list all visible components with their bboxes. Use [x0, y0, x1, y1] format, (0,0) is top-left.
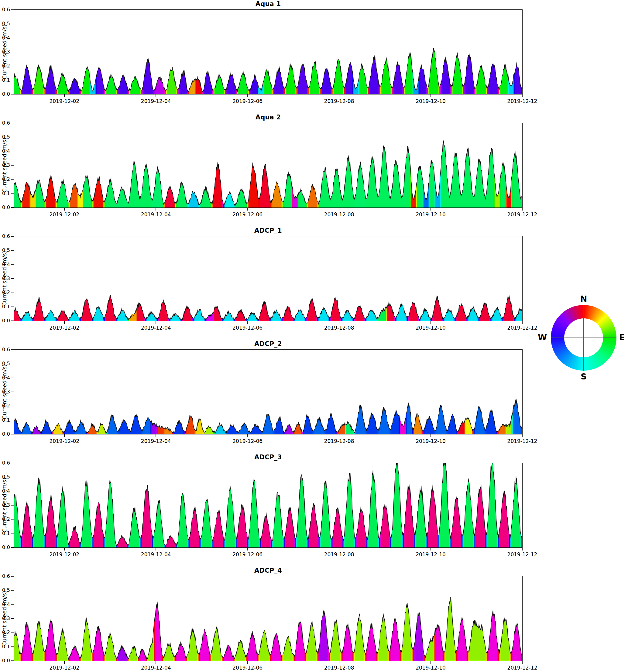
x-tickmark-aqua-2 [339, 208, 339, 211]
y-tickmark-adcp-3 [11, 519, 14, 520]
x-tickmark-adcp-1 [247, 321, 248, 324]
x-tick-label-aqua-2: 2019-12-04 [136, 212, 176, 217]
x-tickmark-aqua-2 [64, 208, 65, 211]
x-tick-label-aqua-1: 2019-12-02 [45, 98, 84, 104]
y-tickmark-adcp-4 [11, 576, 14, 577]
y-tickmark-adcp-4 [11, 590, 14, 591]
x-tick-label-aqua-1: 2019-12-10 [411, 98, 451, 104]
y-tickmark-adcp-3 [11, 463, 14, 463]
plot-title-adcp-2: ADCP_2 [14, 340, 522, 347]
x-tick-label-adcp-2: 2019-12-12 [503, 438, 542, 444]
y-tick-label-aqua-2: 0.3 [0, 162, 10, 168]
color-wheel-horizontal-axis [551, 337, 617, 338]
x-tickmark-adcp-4 [64, 661, 65, 664]
y-tickmark-adcp-3 [11, 505, 14, 505]
plot-title-aqua-2: Aqua 2 [14, 114, 522, 121]
y-tick-label-adcp-4: 0.2 [0, 629, 10, 635]
compass-label-east: E [619, 333, 628, 342]
x-tick-label-aqua-2: 2019-12-08 [319, 212, 359, 217]
y-tick-label-adcp-3: 0.1 [0, 530, 10, 536]
y-tickmark-adcp-3 [11, 547, 14, 548]
x-tick-label-aqua-1: 2019-12-12 [503, 98, 542, 104]
y-tick-label-adcp-1: 0.1 [0, 304, 10, 310]
y-tick-label-adcp-4: 0.5 [0, 587, 10, 593]
x-tick-label-adcp-4: 2019-12-12 [503, 665, 542, 671]
x-tickmark-aqua-2 [522, 208, 523, 211]
y-tick-label-adcp-1: 0.4 [0, 262, 10, 267]
y-tickmark-adcp-4 [11, 618, 14, 619]
x-tick-label-adcp-2: 2019-12-04 [136, 438, 176, 444]
y-tick-label-aqua-2: 0.2 [0, 176, 10, 182]
x-tick-label-adcp-2: 2019-12-08 [319, 438, 359, 444]
y-tickmark-adcp-4 [11, 661, 14, 661]
y-tick-label-adcp-2: 0.0 [0, 431, 10, 437]
series-canvas-adcp-3 [14, 463, 522, 548]
y-tickmark-adcp-2 [11, 364, 14, 364]
y-tickmark-aqua-1 [11, 66, 14, 67]
x-tick-label-aqua-1: 2019-12-06 [228, 98, 267, 104]
y-tickmark-aqua-2 [11, 179, 14, 180]
x-tick-label-adcp-3: 2019-12-12 [503, 551, 542, 557]
y-tickmark-adcp-2 [11, 378, 14, 378]
x-tick-label-adcp-1: 2019-12-04 [136, 325, 176, 331]
y-tickmark-aqua-2 [11, 123, 14, 123]
x-tickmark-adcp-4 [431, 661, 431, 664]
y-tick-label-adcp-1: 0.3 [0, 275, 10, 281]
x-tick-label-adcp-4: 2019-12-04 [136, 665, 176, 671]
x-tick-label-adcp-3: 2019-12-04 [136, 551, 176, 557]
x-tickmark-adcp-3 [431, 548, 431, 551]
y-tickmark-aqua-2 [11, 207, 14, 208]
y-tick-label-adcp-1: 0.2 [0, 289, 10, 295]
y-tick-label-adcp-3: 0.3 [0, 502, 10, 508]
y-tick-label-aqua-1: 0.5 [0, 21, 10, 26]
y-tickmark-adcp-3 [11, 477, 14, 478]
x-tickmark-adcp-4 [247, 661, 248, 664]
y-tick-label-adcp-2: 0.4 [0, 375, 10, 381]
y-tickmark-aqua-1 [11, 9, 14, 10]
y-tick-label-adcp-2: 0.5 [0, 361, 10, 366]
plot-title-adcp-4: ADCP_4 [14, 567, 522, 574]
y-tickmark-aqua-1 [11, 38, 14, 38]
x-tick-label-adcp-2: 2019-12-02 [45, 438, 84, 444]
compass-label-west: W [532, 333, 547, 342]
y-tickmark-aqua-1 [11, 80, 14, 80]
y-tick-label-aqua-1: 0.6 [0, 7, 10, 13]
plot-title-adcp-3: ADCP_3 [14, 454, 522, 461]
x-tick-label-adcp-1: 2019-12-08 [319, 325, 359, 331]
x-tick-label-adcp-1: 2019-12-10 [411, 325, 451, 331]
x-tick-label-adcp-4: 2019-12-08 [319, 665, 359, 671]
x-tick-label-aqua-2: 2019-12-02 [45, 212, 84, 217]
plot-title-adcp-1: ADCP_1 [14, 227, 522, 234]
y-tickmark-adcp-4 [11, 647, 14, 647]
x-tick-label-aqua-2: 2019-12-12 [503, 212, 542, 217]
y-tickmark-adcp-4 [11, 604, 14, 605]
x-tickmark-adcp-2 [64, 434, 65, 437]
x-tick-label-adcp-1: 2019-12-12 [503, 325, 542, 331]
x-tickmark-adcp-1 [339, 321, 339, 324]
y-tickmark-adcp-4 [11, 632, 14, 633]
x-tickmark-adcp-1 [431, 321, 431, 324]
x-tick-label-adcp-4: 2019-12-02 [45, 665, 84, 671]
x-tickmark-aqua-1 [247, 95, 248, 97]
y-tickmark-adcp-1 [11, 264, 14, 265]
compass-label-north: N [578, 294, 590, 304]
y-tick-label-adcp-4: 0.4 [0, 601, 10, 607]
y-tickmark-adcp-2 [11, 406, 14, 407]
y-tick-label-aqua-2: 0.1 [0, 191, 10, 196]
x-tickmark-adcp-4 [155, 661, 156, 664]
x-tick-label-adcp-2: 2019-12-10 [411, 438, 451, 444]
y-tickmark-adcp-1 [11, 292, 14, 293]
y-tickmark-aqua-1 [11, 52, 14, 52]
x-tickmark-adcp-3 [247, 548, 248, 551]
x-tickmark-adcp-2 [247, 434, 248, 437]
x-tick-label-aqua-2: 2019-12-10 [411, 212, 451, 217]
series-canvas-adcp-4 [14, 576, 522, 661]
y-tick-label-aqua-2: 0.0 [0, 205, 10, 210]
y-tick-label-aqua-1: 0.1 [0, 77, 10, 83]
y-tick-label-adcp-2: 0.1 [0, 417, 10, 423]
y-tickmark-adcp-1 [11, 236, 14, 237]
x-tickmark-aqua-2 [431, 208, 431, 211]
x-tick-label-adcp-3: 2019-12-08 [319, 551, 359, 557]
y-tick-label-aqua-1: 0.3 [0, 49, 10, 55]
x-tickmark-adcp-2 [431, 434, 431, 437]
